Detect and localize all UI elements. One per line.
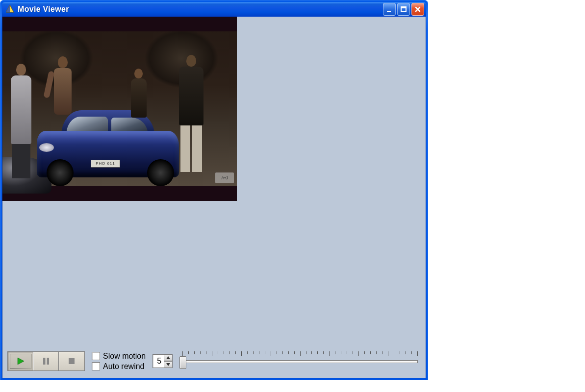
speed-spinner[interactable]: 5 <box>153 354 173 368</box>
license-plate: PHD 611 <box>91 160 120 168</box>
slider-track[interactable] <box>182 360 418 363</box>
app-window: Movie Viewer PHD 61 <box>0 0 428 380</box>
slider-thumb[interactable] <box>179 356 186 369</box>
window-title: Movie Viewer <box>18 5 383 14</box>
svg-rect-2 <box>387 11 391 12</box>
position-slider[interactable] <box>179 351 421 371</box>
slow-motion-row[interactable]: Slow motion <box>92 352 146 361</box>
auto-rewind-label: Auto rewind <box>103 362 145 371</box>
spinner-down-button[interactable] <box>164 361 172 368</box>
slider-ticks <box>182 351 418 356</box>
playback-buttons <box>7 351 85 371</box>
svg-rect-4 <box>401 7 406 8</box>
options-checkboxes: Slow motion Auto rewind <box>92 352 146 371</box>
svg-rect-8 <box>69 358 75 364</box>
video-display[interactable]: PHD 611 A•J <box>2 17 237 201</box>
svg-rect-6 <box>43 358 46 365</box>
auto-rewind-checkbox[interactable] <box>92 362 100 370</box>
auto-rewind-row[interactable]: Auto rewind <box>92 362 146 371</box>
svg-marker-5 <box>18 358 24 365</box>
svg-marker-9 <box>166 356 170 359</box>
client-area: PHD 611 A•J <box>2 17 426 378</box>
spinner-value: 5 <box>153 355 164 368</box>
video-watermark: A•J <box>215 172 234 183</box>
svg-marker-10 <box>166 363 170 366</box>
window-buttons <box>383 3 424 16</box>
maximize-button[interactable] <box>397 3 410 16</box>
titlebar[interactable]: Movie Viewer <box>2 2 426 17</box>
app-icon <box>5 4 15 14</box>
stop-button[interactable] <box>59 352 84 370</box>
play-button[interactable] <box>8 352 33 370</box>
spinner-up-button[interactable] <box>164 355 172 361</box>
minimize-button[interactable] <box>383 3 396 16</box>
close-button[interactable] <box>411 3 424 16</box>
slow-motion-checkbox[interactable] <box>92 352 100 360</box>
svg-rect-7 <box>47 358 49 365</box>
slow-motion-label: Slow motion <box>103 352 146 361</box>
pause-button[interactable] <box>33 352 59 370</box>
controls-bar: Slow motion Auto rewind 5 <box>7 348 421 374</box>
